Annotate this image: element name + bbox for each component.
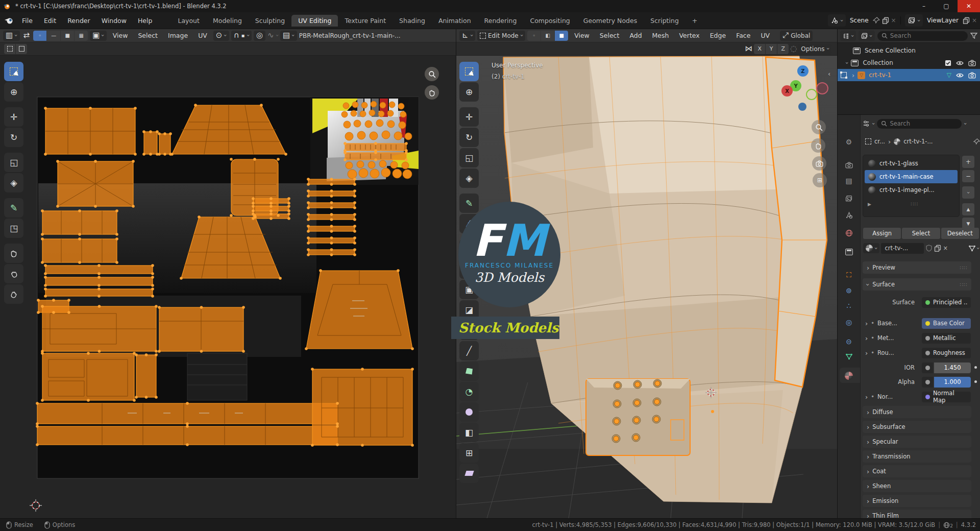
remove-viewlayer-icon[interactable]: × xyxy=(972,17,977,24)
vp-tool-poly-build[interactable] xyxy=(459,361,479,381)
workspace-tab-shading[interactable]: Shading xyxy=(393,15,432,27)
uv-menu-select[interactable]: Select xyxy=(134,32,162,39)
remove-slot-button[interactable]: − xyxy=(962,170,974,182)
viewport-ortho-grid-icon[interactable]: ⊞ xyxy=(813,173,827,187)
uv-tool-move[interactable]: ✛ xyxy=(4,107,23,127)
uv-falloff-icon[interactable]: ∿ xyxy=(267,32,274,39)
surface-shader-button[interactable]: Principled ... xyxy=(922,297,971,308)
vp-tool-cursor[interactable]: ⊕ xyxy=(459,82,479,102)
uv-tool-grab[interactable] xyxy=(4,244,23,263)
menu-edit[interactable]: Edit xyxy=(38,17,62,25)
vp-menu-view[interactable]: View xyxy=(570,32,594,39)
tab-tool-icon[interactable]: ⚙ xyxy=(838,134,860,150)
gizmo-z-neg[interactable] xyxy=(798,103,806,111)
alpha-socket-button[interactable] xyxy=(922,377,933,388)
uv-tool-select-box[interactable] xyxy=(4,62,23,81)
scene-name[interactable]: Scene xyxy=(848,17,871,24)
tab-scene-icon[interactable] xyxy=(838,207,860,223)
mirror-z-button[interactable]: Z xyxy=(777,44,789,54)
expand-icon[interactable]: › xyxy=(865,394,868,400)
workspace-tab-geometry-nodes[interactable]: Geometry Nodes xyxy=(577,15,644,27)
workspace-tab-sculpting[interactable]: Sculpting xyxy=(249,15,291,27)
uv-tool-rip-region[interactable]: ◳ xyxy=(4,219,23,238)
viewport-pan-hand-icon[interactable] xyxy=(811,138,825,153)
workspace-tab-layout[interactable]: Layout xyxy=(171,15,206,27)
uv-select-island-button[interactable]: ▦ xyxy=(75,31,88,41)
menu-file[interactable]: File xyxy=(16,17,38,25)
slot-specials-button[interactable]: › xyxy=(962,186,974,199)
outliner-filter-image-button[interactable]: › xyxy=(859,31,874,41)
minimize-button[interactable]: – xyxy=(913,0,935,12)
uv-tool-annotate[interactable]: ✎ xyxy=(4,198,23,218)
panel-coat[interactable]: ›Coat xyxy=(863,465,971,477)
slot-expand-icon[interactable]: ▶ xyxy=(868,202,871,207)
uv-zoom-icon[interactable] xyxy=(425,67,439,81)
camera-visibility-icon[interactable] xyxy=(968,59,976,67)
options-dropdown[interactable]: Options› xyxy=(798,44,831,54)
ior-slider[interactable]: 1.450 xyxy=(934,363,971,373)
tab-constraints-icon[interactable]: ⊝ xyxy=(838,334,860,349)
vp-menu-face[interactable]: Face xyxy=(732,32,754,39)
tab-world-icon[interactable] xyxy=(838,225,860,240)
expand-icon[interactable]: › xyxy=(852,72,854,79)
viewport-editor-type-button[interactable]: ⊾› xyxy=(459,31,475,41)
properties-type-icon[interactable] xyxy=(863,120,870,127)
face-select-button[interactable]: ■ xyxy=(555,31,568,41)
material-slot-selected[interactable]: crt-tv-1-main-case xyxy=(865,170,958,183)
uv-tool-cursor[interactable]: ⊕ xyxy=(4,82,23,102)
viewlayer-selector[interactable]: › xyxy=(905,14,923,27)
viewlayer-name[interactable]: ViewLayer xyxy=(925,17,961,24)
uv-select-vertex-button[interactable]: ◦ xyxy=(33,31,46,41)
vp-tool-shear[interactable] xyxy=(459,464,479,483)
panel-sheen[interactable]: ›Sheen xyxy=(863,480,971,492)
move-slot-up-button[interactable]: ▲ xyxy=(962,203,974,215)
fake-user-shield-icon[interactable] xyxy=(925,245,933,252)
tab-object-data-icon[interactable] xyxy=(838,349,860,364)
vp-tool-knife[interactable]: ╱ xyxy=(459,341,479,360)
properties-search-input[interactable]: Search xyxy=(877,119,962,129)
normal-map-button[interactable]: Normal Map xyxy=(922,392,971,402)
gizmo-z-axis[interactable]: Z xyxy=(797,65,808,77)
breadcrumb-object[interactable]: cr... xyxy=(874,138,885,145)
vp-tool-transform[interactable]: ◈ xyxy=(459,168,479,188)
menu-window[interactable]: Window xyxy=(96,17,132,25)
tab-view-layer-icon[interactable] xyxy=(838,191,860,206)
material-slot[interactable]: crt-tv-1-glass xyxy=(865,157,958,170)
panel-emission[interactable]: ›Emission xyxy=(863,495,971,507)
new-scene-icon[interactable] xyxy=(882,17,889,24)
assign-button[interactable]: Assign xyxy=(863,228,901,239)
outliner-row-collection[interactable]: › Collection xyxy=(838,57,980,69)
vp-tool-shrink-fatten[interactable]: ⊞ xyxy=(459,443,479,463)
uv-tool-relax[interactable] xyxy=(4,264,23,283)
uv-tool-pinch[interactable] xyxy=(4,284,23,304)
vp-tool-select-box[interactable] xyxy=(459,62,479,81)
gizmo-x-neg[interactable] xyxy=(816,82,828,94)
maximize-button[interactable]: ▢ xyxy=(935,0,958,12)
vp-tool-annotate[interactable]: ✎ xyxy=(459,194,479,213)
vp-menu-edge[interactable]: Edge xyxy=(706,32,730,39)
workspace-tab-animation[interactable]: Animation xyxy=(432,15,478,27)
snap-falloff-icon[interactable]: ◌ xyxy=(790,45,797,53)
uv-tool-transform[interactable]: ◈ xyxy=(4,173,23,192)
viewport-zoom-icon[interactable] xyxy=(812,120,826,134)
uv-select-face-button[interactable]: ■ xyxy=(61,31,74,41)
eye-icon[interactable] xyxy=(956,71,964,79)
outliner-display-mode-button[interactable]: › xyxy=(840,31,856,41)
base-color-button[interactable]: Base Color xyxy=(922,318,971,329)
vp-menu-vertex[interactable]: Vertex xyxy=(675,32,704,39)
new-viewlayer-icon[interactable] xyxy=(963,17,970,24)
filter-funnel-icon[interactable] xyxy=(970,32,977,39)
pin-icon[interactable] xyxy=(973,138,980,145)
expand-icon[interactable]: › xyxy=(865,350,868,356)
animate-dot-icon[interactable] xyxy=(974,380,977,383)
chevron-down-icon[interactable]: › xyxy=(963,123,968,125)
uv-menu-image[interactable]: Image xyxy=(164,32,192,39)
uv-selectmode-extend-button[interactable] xyxy=(16,44,27,54)
unlink-material-icon[interactable]: × xyxy=(943,245,948,252)
metallic-button[interactable]: Metallic xyxy=(922,333,971,344)
tab-render-icon[interactable] xyxy=(838,157,860,173)
vp-tool-smooth[interactable] xyxy=(459,402,479,422)
breadcrumb-material[interactable]: crt-tv-1-... xyxy=(903,138,933,145)
uv-tool-scale[interactable]: ◱ xyxy=(4,153,23,172)
uv-snap-button[interactable]: ∩▪› xyxy=(231,31,252,41)
